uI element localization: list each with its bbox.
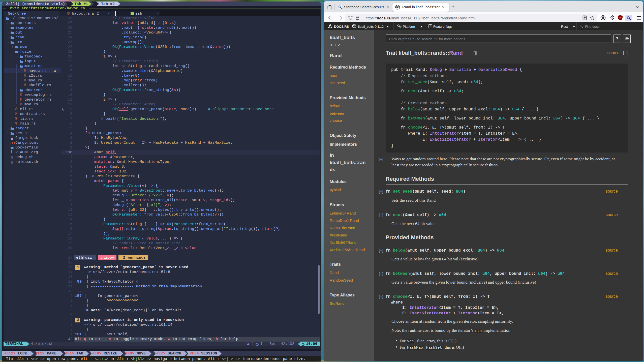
- svg-text:uO: uO: [619, 17, 622, 19]
